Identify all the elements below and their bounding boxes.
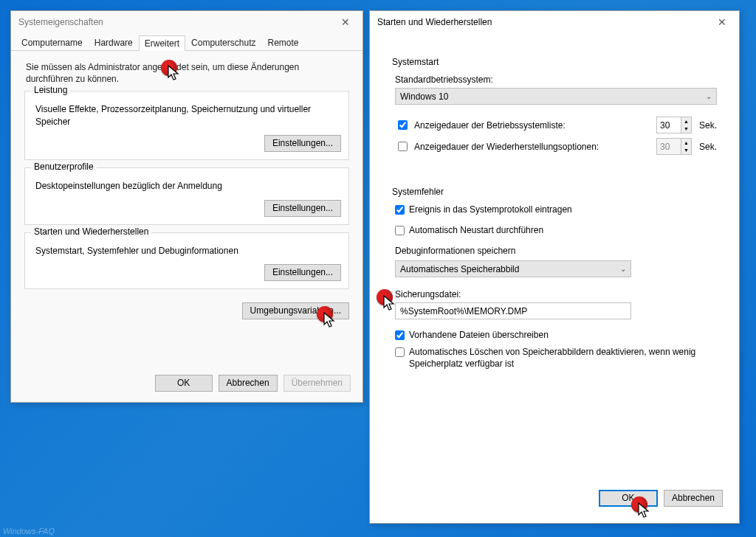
show-os-list-row[interactable]: Anzeigedauer der Betriebssystemliste:: [395, 118, 649, 132]
section-systemfehler: Systemfehler: [392, 187, 717, 197]
overwrite-row[interactable]: Vorhandene Dateien überschreiben: [395, 330, 717, 340]
group-benutzerprofile: Benutzerprofile Desktopeinstellungen bez…: [24, 167, 349, 225]
dialog-body: Systemstart Standardbetriebssystem: Wind…: [370, 33, 739, 370]
recovery-seconds-input: [657, 139, 681, 154]
tab-erweitert[interactable]: Erweitert: [139, 35, 185, 51]
default-os-label: Standardbetriebssystem:: [395, 75, 717, 85]
default-os-dropdown[interactable]: Windows 10 ⌄: [395, 88, 717, 105]
dump-type-dropdown[interactable]: Automatisches Speicherabbild ⌄: [395, 260, 631, 277]
auto-delete-row[interactable]: Automatisches Löschen von Speicherabbild…: [395, 346, 717, 370]
dropdown-value: Windows 10: [400, 91, 448, 102]
cursor-icon: [323, 312, 337, 330]
seconds-label: Sek.: [699, 120, 717, 131]
cursor-icon: [638, 502, 651, 520]
group-label: Benutzerprofile: [31, 162, 97, 172]
overwrite-checkbox[interactable]: [395, 330, 405, 340]
group-label: Starten und Wiederherstellen: [31, 226, 151, 237]
cursor-icon: [168, 65, 181, 83]
settings-button-benutzer[interactable]: Einstellungen...: [264, 200, 341, 217]
cancel-button[interactable]: Abbrechen: [219, 375, 278, 392]
overwrite-label: Vorhandene Dateien überschreiben: [409, 330, 549, 340]
log-event-checkbox[interactable]: [395, 205, 405, 215]
settings-button-leistung[interactable]: Einstellungen...: [264, 135, 341, 152]
admin-note: Sie müssen als Administrator angemeldet …: [26, 61, 348, 85]
tab-computerschutz[interactable]: Computerschutz: [185, 35, 261, 50]
os-list-seconds-spinner[interactable]: ▲▼: [656, 117, 692, 134]
auto-restart-checkbox[interactable]: [395, 226, 405, 235]
section-systemstart: Systemstart: [392, 57, 717, 67]
log-event-row[interactable]: Ereignis in das Systemprotokoll eintrage…: [395, 204, 717, 215]
window-title: Starten und Wiederherstellen: [377, 17, 709, 27]
chevron-down-icon: ⌄: [620, 265, 626, 273]
cancel-button[interactable]: Abbrechen: [664, 490, 723, 507]
spin-up-icon: ▲: [681, 139, 691, 147]
close-icon[interactable]: ✕: [333, 14, 358, 30]
chevron-down-icon: ⌄: [706, 92, 712, 100]
show-recovery-row[interactable]: Anzeigedauer der Wiederherstellungsoptio…: [395, 139, 649, 153]
debug-info-label: Debuginformationen speichern: [395, 246, 717, 256]
group-desc: Systemstart, Systemfehler und Debuginfor…: [35, 245, 338, 257]
auto-restart-label: Automatisch Neustart durchführen: [409, 225, 543, 235]
group-label: Leistung: [31, 85, 70, 95]
group-desc: Desktopeinstellungen bezüglich der Anmel…: [35, 180, 338, 193]
show-recovery-label: Anzeigedauer der Wiederherstellungsoptio…: [414, 142, 599, 152]
watermark: Windows-FAQ: [3, 527, 55, 536]
os-list-seconds-input[interactable]: [657, 117, 681, 133]
apply-button: Übernehmen: [284, 375, 351, 392]
tabs: Computername Hardware Erweitert Computer…: [11, 33, 362, 51]
seconds-label: Sek.: [699, 142, 717, 152]
window-title: Systemeigenschaften: [18, 17, 333, 27]
tab-hardware[interactable]: Hardware: [89, 35, 139, 50]
dialog-buttons: OK Abbrechen Übernehmen: [155, 375, 351, 392]
spin-up-icon[interactable]: ▲: [681, 117, 691, 125]
close-icon[interactable]: ✕: [709, 14, 735, 30]
group-leistung: Leistung Visuelle Effekte, Prozessorzeit…: [24, 91, 349, 159]
dropdown-value: Automatisches Speicherabbild: [400, 264, 519, 274]
cursor-icon: [383, 295, 396, 313]
titlebar[interactable]: Systemeigenschaften ✕: [11, 11, 362, 33]
tab-computername[interactable]: Computername: [16, 35, 89, 50]
show-os-list-label: Anzeigedauer der Betriebssystemliste:: [414, 120, 566, 131]
dump-file-label: Sicherungsdatei:: [395, 289, 717, 299]
auto-restart-row[interactable]: Automatisch Neustart durchführen: [395, 225, 717, 235]
dialog-buttons: OK Abbrechen: [599, 490, 723, 507]
log-event-label: Ereignis in das Systemprotokoll eintrage…: [409, 204, 572, 215]
auto-delete-checkbox[interactable]: [395, 347, 405, 357]
system-properties-window: Systemeigenschaften ✕ Computername Hardw…: [10, 10, 363, 403]
tab-panel-erweitert: Sie müssen als Administrator angemeldet …: [11, 51, 362, 327]
titlebar[interactable]: Starten und Wiederherstellen ✕: [370, 11, 739, 33]
auto-delete-label: Automatisches Löschen von Speicherabbild…: [409, 346, 717, 370]
tab-remote[interactable]: Remote: [261, 35, 304, 50]
group-starten-wiederherstellen: Starten und Wiederherstellen Systemstart…: [24, 232, 349, 290]
show-recovery-checkbox[interactable]: [398, 142, 408, 151]
settings-button-starten[interactable]: Einstellungen...: [264, 264, 341, 281]
recovery-seconds-spinner: ▲▼: [656, 138, 692, 155]
startup-recovery-window: Starten und Wiederherstellen ✕ Systemsta…: [369, 10, 740, 524]
ok-button[interactable]: OK: [155, 375, 213, 392]
dump-file-input[interactable]: [395, 302, 631, 319]
show-os-list-checkbox[interactable]: [398, 120, 408, 130]
spin-down-icon: ▼: [681, 147, 691, 155]
group-desc: Visuelle Effekte, Prozessorzeitplanung, …: [35, 103, 338, 127]
spin-down-icon[interactable]: ▼: [681, 125, 691, 134]
